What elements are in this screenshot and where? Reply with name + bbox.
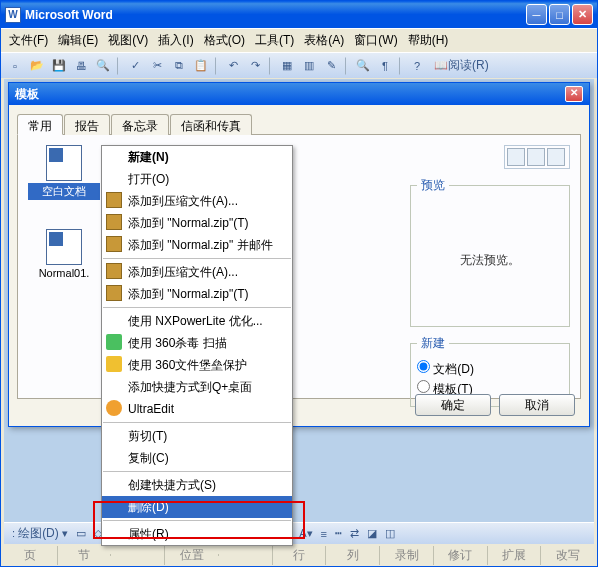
context-item-15[interactable]: 剪切(T) bbox=[102, 425, 292, 447]
template-item-normal[interactable]: Normal01. bbox=[28, 229, 100, 279]
table-icon[interactable]: ▦ bbox=[277, 56, 297, 76]
new-legend: 新建 bbox=[417, 335, 449, 352]
context-item-6[interactable]: 添加到压缩文件(A)... bbox=[102, 261, 292, 283]
context-item-label: 添加到压缩文件(A)... bbox=[128, 265, 238, 279]
status-record: 录制 bbox=[379, 546, 433, 565]
spell-icon[interactable]: ✓ bbox=[125, 56, 145, 76]
view-buttons bbox=[504, 145, 570, 169]
save-icon[interactable]: 💾 bbox=[49, 56, 69, 76]
context-item-9[interactable]: 使用 NXPowerLite 优化... bbox=[102, 310, 292, 332]
menu-help[interactable]: 帮助(H) bbox=[404, 30, 453, 51]
tab-memo[interactable]: 备忘录 bbox=[111, 114, 169, 135]
context-item-4[interactable]: 添加到 "Normal.zip" 并邮件 bbox=[102, 234, 292, 256]
paste-icon[interactable]: 📋 bbox=[191, 56, 211, 76]
titlebar: W Microsoft Word ─ □ ✕ bbox=[1, 1, 597, 28]
dialog-close-button[interactable]: ✕ bbox=[565, 86, 583, 102]
separator bbox=[399, 57, 403, 75]
shadow-icon[interactable]: ◪ bbox=[365, 526, 379, 541]
template-item-blank[interactable]: 空白文档 bbox=[28, 145, 100, 200]
context-item-2[interactable]: 添加到压缩文件(A)... bbox=[102, 190, 292, 212]
context-item-label: 使用 NXPowerLite 优化... bbox=[128, 314, 263, 328]
context-item-label: 添加到 "Normal.zip" 并邮件 bbox=[128, 238, 273, 252]
s360g-icon bbox=[106, 334, 122, 350]
zoom-icon[interactable]: 🔍 bbox=[353, 56, 373, 76]
context-item-10[interactable]: 使用 360杀毒 扫描 bbox=[102, 332, 292, 354]
paragraph-icon[interactable]: ¶ bbox=[375, 56, 395, 76]
context-item-label: 新建(N) bbox=[128, 150, 169, 164]
copy-icon[interactable]: ⧉ bbox=[169, 56, 189, 76]
drawing-label[interactable]: : 绘图(D) ▾ bbox=[10, 524, 70, 543]
separator bbox=[117, 57, 121, 75]
context-item-21[interactable]: 属性(R) bbox=[102, 523, 292, 545]
menu-tools[interactable]: 工具(T) bbox=[251, 30, 298, 51]
radio-document[interactable]: 文档(D) bbox=[417, 360, 563, 378]
cancel-button[interactable]: 取消 bbox=[499, 394, 575, 416]
3d-icon[interactable]: ◫ bbox=[383, 526, 397, 541]
drawing-icon[interactable]: ✎ bbox=[321, 56, 341, 76]
context-item-16[interactable]: 复制(C) bbox=[102, 447, 292, 469]
context-item-18[interactable]: 创建快捷方式(S) bbox=[102, 474, 292, 496]
menubar: 文件(F) 编辑(E) 视图(V) 插入(I) 格式(O) 工具(T) 表格(A… bbox=[1, 28, 597, 52]
status-column: 列 bbox=[325, 546, 379, 565]
open-icon[interactable]: 📂 bbox=[27, 56, 47, 76]
select-icon[interactable]: ▭ bbox=[74, 526, 88, 541]
word-icon: W bbox=[5, 7, 21, 23]
maximize-button[interactable]: □ bbox=[549, 4, 570, 25]
menu-table[interactable]: 表格(A) bbox=[300, 30, 348, 51]
context-item-label: 打开(O) bbox=[128, 172, 169, 186]
status-overwrite: 改写 bbox=[540, 546, 594, 565]
toolbar: ▫ 📂 💾 🖶 🔍 ✓ ✂ ⧉ 📋 ↶ ↷ ▦ ▥ ✎ 🔍 ¶ ? 📖 阅读(R… bbox=[1, 52, 597, 78]
separator bbox=[215, 57, 219, 75]
columns-icon[interactable]: ▥ bbox=[299, 56, 319, 76]
context-item-0[interactable]: 新建(N) bbox=[102, 146, 292, 168]
tab-report[interactable]: 报告 bbox=[64, 114, 110, 135]
status-blank2 bbox=[218, 554, 272, 556]
dialog-title: 模板 bbox=[15, 86, 39, 103]
statusbar: 页 节 位置 行 列 录制 修订 扩展 改写 bbox=[4, 546, 594, 564]
menu-view[interactable]: 视图(V) bbox=[104, 30, 152, 51]
read-button[interactable]: 📖 阅读(R) bbox=[429, 56, 494, 76]
zip-icon bbox=[106, 263, 122, 279]
view-large-icon[interactable] bbox=[507, 148, 525, 166]
menu-separator bbox=[103, 471, 291, 472]
menu-window[interactable]: 窗口(W) bbox=[350, 30, 401, 51]
context-item-11[interactable]: 使用 360文件堡垒保护 bbox=[102, 354, 292, 376]
context-item-13[interactable]: UltraEdit bbox=[102, 398, 292, 420]
context-item-label: 添加到压缩文件(A)... bbox=[128, 194, 238, 208]
redo-icon[interactable]: ↷ bbox=[245, 56, 265, 76]
ok-button[interactable]: 确定 bbox=[415, 394, 491, 416]
menu-format[interactable]: 格式(O) bbox=[200, 30, 249, 51]
context-item-label: UltraEdit bbox=[128, 402, 174, 416]
context-item-1[interactable]: 打开(O) bbox=[102, 168, 292, 190]
line-style-icon[interactable]: ≡ bbox=[319, 527, 329, 541]
preview-icon[interactable]: 🔍 bbox=[93, 56, 113, 76]
menu-file[interactable]: 文件(F) bbox=[5, 30, 52, 51]
new-icon[interactable]: ▫ bbox=[5, 56, 25, 76]
tab-common[interactable]: 常用 bbox=[17, 114, 63, 135]
minimize-button[interactable]: ─ bbox=[526, 4, 547, 25]
dash-icon[interactable]: ┅ bbox=[333, 526, 344, 541]
view-detail-icon[interactable] bbox=[547, 148, 565, 166]
context-item-7[interactable]: 添加到 "Normal.zip"(T) bbox=[102, 283, 292, 305]
undo-icon[interactable]: ↶ bbox=[223, 56, 243, 76]
tab-letter[interactable]: 信函和传真 bbox=[170, 114, 252, 135]
menu-edit[interactable]: 编辑(E) bbox=[54, 30, 102, 51]
context-item-label: 使用 360文件堡垒保护 bbox=[128, 358, 247, 372]
print-icon[interactable]: 🖶 bbox=[71, 56, 91, 76]
window-title: Microsoft Word bbox=[25, 8, 526, 22]
context-item-3[interactable]: 添加到 "Normal.zip"(T) bbox=[102, 212, 292, 234]
close-button[interactable]: ✕ bbox=[572, 4, 593, 25]
view-list-icon[interactable] bbox=[527, 148, 545, 166]
preview-text: 无法预览。 bbox=[417, 200, 563, 320]
context-item-19[interactable]: 删除(D) bbox=[102, 496, 292, 518]
cut-icon[interactable]: ✂ bbox=[147, 56, 167, 76]
app-window: W Microsoft Word ─ □ ✕ 文件(F) 编辑(E) 视图(V)… bbox=[0, 0, 598, 567]
ue-icon bbox=[106, 400, 122, 416]
document-icon bbox=[46, 145, 82, 181]
arrow-style-icon[interactable]: ⇄ bbox=[348, 526, 361, 541]
help-icon[interactable]: ? bbox=[407, 56, 427, 76]
menu-insert[interactable]: 插入(I) bbox=[154, 30, 197, 51]
context-item-label: 使用 360杀毒 扫描 bbox=[128, 336, 227, 350]
font-color-icon[interactable]: A▾ bbox=[297, 526, 314, 541]
context-item-12[interactable]: 添加快捷方式到Q+桌面 bbox=[102, 376, 292, 398]
